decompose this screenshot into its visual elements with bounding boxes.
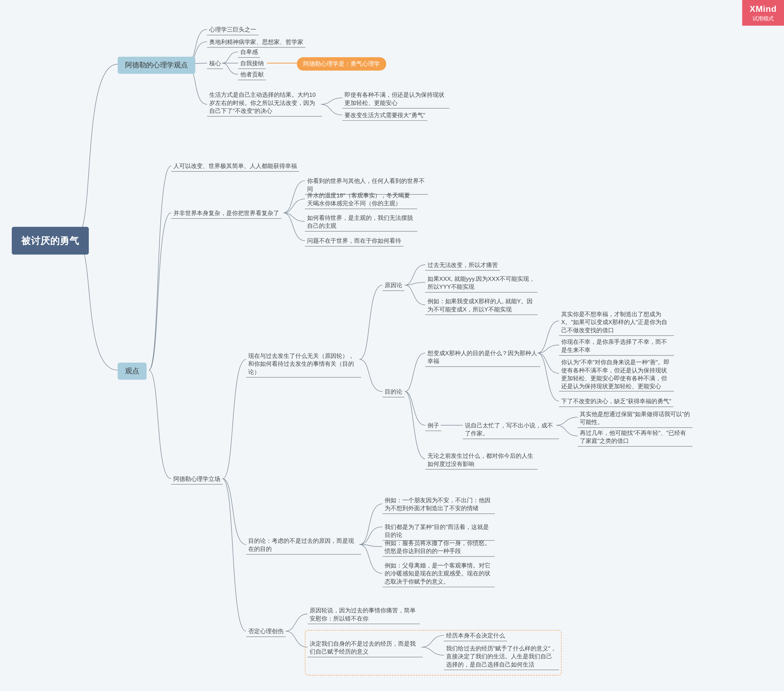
leaf-b3a[interactable]: 现在与过去发生了什么无关（原因轮），和你如何看待过去发生的事情有关（目的论） — [246, 351, 361, 377]
leaf-b3c1[interactable]: 原因轮说，因为过去的事情你痛苦，简单安慰你：所以错不在你 — [308, 605, 420, 624]
leaf-b3c2b[interactable]: 我们给过去的经历"赋予了什么样的意义"，直接决定了我们的生活。人生是我们自己选择… — [444, 643, 559, 670]
leaf-g2x[interactable]: 说自己太忙了，写不出小说，成不了作家。 — [463, 420, 559, 439]
leaf-cause2[interactable]: 如果XXX, 就能yyy.因为XXX不可能实现，所以YYY不能实现 — [425, 274, 538, 292]
leaf-a1[interactable]: 心理学三巨头之一 — [207, 25, 259, 35]
leaf-b3b2[interactable]: 我们都是为了某种"目的"而活着，这就是目的论 — [382, 522, 495, 541]
leaf-a3a[interactable]: 自卑感 — [238, 47, 260, 58]
leaf-b3b1[interactable]: 例如：一个朋友因为不安，不出门：他因为不想到外面才制造出了不安的情绪 — [382, 495, 495, 514]
leaf-b2[interactable]: 并非世界本身复杂，是你把世界看复杂了 — [171, 208, 281, 219]
leaf-a2[interactable]: 奥地利精神病学家、思想家、哲学家 — [207, 37, 305, 48]
topic-views[interactable]: 观点 — [118, 363, 147, 379]
leaf-g2b[interactable]: 再过几年，他可能找"不再年轻"、"已经有了家庭"之类的借口 — [578, 428, 693, 446]
watermark-brand: XMind — [749, 4, 776, 14]
leaf-g2a[interactable]: 其实他是想通过保留"如果做得话我可以"的可能性。 — [578, 409, 693, 428]
leaf-b3b4[interactable]: 例如：父母离婚，是一个客观事情。对它的冷暖感知是现在的主观感受。现在的状态取决于… — [382, 561, 495, 587]
leaf-goal[interactable]: 目的论 — [382, 387, 404, 397]
leaf-b3c2a[interactable]: 经历本身不会决定什么 — [444, 630, 507, 641]
leaf-cause1[interactable]: 过去无法改变，所以才痛苦 — [425, 260, 500, 271]
leaf-g1b[interactable]: 你现在不幸，是你亲手选择了不幸，而不是生来不幸 — [559, 337, 674, 355]
leaf-b3[interactable]: 阿德勒心理学立场 — [171, 474, 222, 485]
leaf-g2[interactable]: 例子 — [425, 420, 441, 431]
topic-adler-views[interactable]: 阿德勒的心理学观点 — [118, 57, 195, 73]
leaf-b3c[interactable]: 否定心理创伤 — [246, 627, 286, 637]
leaf-a3[interactable]: 核心 — [207, 58, 223, 69]
leaf-a3c[interactable]: 他者贡献 — [238, 69, 266, 80]
leaf-b3b3[interactable]: 例如：服务员将水撒了你一身，你愤怒。 愤怒是你达到目的的一种手段 — [382, 538, 495, 557]
leaf-cause3[interactable]: 例如：如果我变成X那样的人, 就能Y。因为不可能变成X，所以Y不能实现 — [425, 296, 538, 315]
watermark-mode: 试用模式 — [749, 15, 776, 23]
leaf-a4b[interactable]: 要改变生活方式需要很大"勇气" — [342, 110, 427, 121]
leaf-b3b[interactable]: 目的论：考虑的不是过去的原因，而是现在的目的 — [246, 536, 361, 554]
xmind-watermark: XMind 试用模式 — [742, 0, 784, 26]
leaf-b1[interactable]: 人可以改变、世界极其简单、人人都能获得幸福 — [171, 161, 299, 171]
leaf-b2b[interactable]: 井水的温度18°（客观事实），冬天喝夏天喝水你体感完全不同（你的主观） — [305, 190, 417, 209]
leaf-g3[interactable]: 无论之前发生过什么，都对你今后的人生如何度过没有影响 — [425, 451, 538, 469]
leaf-g1c[interactable]: 你认为"不幸"对你自身来说是一种"善"。即使有各种不满不幸，但还是认为保持现状更… — [559, 357, 674, 392]
leaf-g1d[interactable]: 下了不改变的决心，缺乏"获得幸福的勇气" — [559, 397, 674, 407]
leaf-a4[interactable]: 生活方式是自己主动选择的结果。大约10岁左右的时候。你之所以无法改变，因为自己下… — [207, 90, 322, 116]
callout-courage[interactable]: 阿德勒心理学是：勇气心理学 — [297, 58, 386, 71]
leaf-a4a[interactable]: 即使有各种不满，但还是认为保持现状更加轻松、更能安心 — [342, 90, 449, 109]
leaf-b3c2[interactable]: 决定我们自身的不是过去的经历，而是我们自己赋予经历的意义 — [308, 638, 422, 657]
leaf-g1[interactable]: 想变成X那种人的目的是什么？因为那种人幸福 — [425, 348, 540, 367]
leaf-b2d[interactable]: 问题不在于世界，而在于你如何看待 — [305, 236, 403, 247]
leaf-cause[interactable]: 原因论 — [382, 280, 404, 291]
root-node[interactable]: 被讨厌的勇气 — [12, 227, 89, 255]
leaf-g1a[interactable]: 其实你是不想幸福，才制造出了想成为X。"如果可以变成X那样的人"正是你为自己不做… — [559, 309, 674, 336]
leaf-b2c[interactable]: 如何看待世界，是主观的，我们无法摆脱自己的主观 — [305, 213, 417, 231]
leaf-a3b[interactable]: 自我接纳 — [238, 58, 266, 69]
